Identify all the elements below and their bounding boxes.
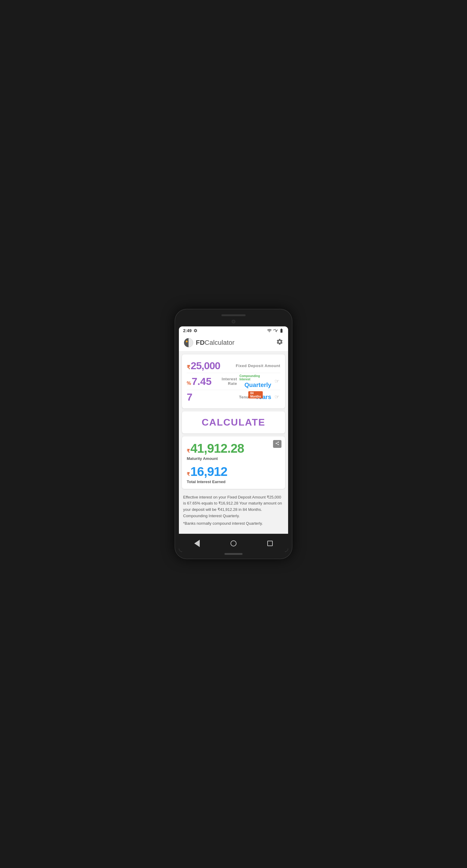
tenure-value: 7 <box>187 391 193 403</box>
rate-label-area: Interest Rate Compounding Interest Quart… <box>211 374 280 389</box>
bottom-navigation <box>179 534 288 552</box>
signal-icon <box>273 328 278 333</box>
app-title: FDCalculator <box>196 339 234 347</box>
app-logo-icon <box>184 338 194 347</box>
rate-percent-symbol: % <box>187 381 191 386</box>
status-icons <box>267 328 284 333</box>
battery-icon <box>279 328 284 333</box>
deposit-row: ₹ 25,000 Fixed Deposit Amount <box>187 359 280 373</box>
interest-amount-row: ₹ 16,912 <box>187 464 280 479</box>
tenure-months-badge: 84 Months <box>248 391 263 398</box>
phone-device: 2:49 FDCalcula <box>175 309 292 559</box>
rate-touch-icon[interactable]: ☞ <box>273 378 280 384</box>
tenure-row: 7 Tenure 84 Months Years ☞ <box>187 390 280 404</box>
tenure-input-area[interactable]: 7 <box>187 391 193 403</box>
deposit-input-area[interactable]: ₹ 25,000 <box>187 360 220 372</box>
rate-value: 7.45 <box>192 375 211 387</box>
phone-camera <box>232 320 235 323</box>
recents-icon <box>267 541 273 546</box>
status-bar: 2:49 <box>179 327 288 335</box>
deposit-currency-symbol: ₹ <box>187 364 190 371</box>
maturity-amount-value: 41,912.28 <box>191 441 244 456</box>
settings-icon[interactable] <box>276 338 283 347</box>
maturity-section: ₹ 41,912.28 Maturity Amount <box>187 441 280 461</box>
interest-section: ₹ 16,912 Total Interest Earned <box>187 464 280 484</box>
home-button[interactable] <box>228 538 239 549</box>
compounding-type-value: Quarterly <box>244 381 271 389</box>
deposit-amount-value: 25,000 <box>191 360 220 372</box>
svg-point-1 <box>186 341 188 342</box>
maturity-amount-row: ₹ 41,912.28 <box>187 441 280 456</box>
description-section: Effective interest on your Fixed Deposit… <box>182 492 285 529</box>
calculate-button[interactable]: CALCULATE <box>182 411 285 433</box>
app-header: FDCalculator <box>179 335 288 351</box>
rate-row: % 7.45 Interest Rate Compounding Interes… <box>187 373 280 390</box>
back-button[interactable] <box>192 538 202 549</box>
description-text: Effective interest on your Fixed Deposit… <box>183 494 284 519</box>
input-card: ₹ 25,000 Fixed Deposit Amount % 7.45 Int… <box>182 354 285 408</box>
tenure-label-area: Tenure 84 Months Years ☞ <box>239 394 280 401</box>
deposit-label-area: Fixed Deposit Amount <box>236 364 280 368</box>
home-icon <box>231 540 236 547</box>
recents-button[interactable] <box>265 538 275 549</box>
compounding-interest-label: Compounding Interest <box>239 374 271 381</box>
phone-screen: 2:49 FDCalcula <box>179 327 288 552</box>
interest-amount-value: 16,912 <box>191 464 227 479</box>
phone-speaker <box>222 314 245 316</box>
tenure-period-selector[interactable]: 84 Months Years <box>255 394 271 401</box>
wifi-icon <box>267 328 272 333</box>
deposit-field-label: Fixed Deposit Amount <box>236 364 280 368</box>
result-card: ₹ 41,912.28 Maturity Amount ₹ 16,912 Tot… <box>182 436 285 489</box>
description-note: *Banks normally compound interest Quarte… <box>183 521 284 527</box>
compounding-selector[interactable]: Compounding Interest Quarterly <box>239 374 271 389</box>
app-logo: FDCalculator <box>184 338 234 347</box>
rate-input-area[interactable]: % 7.45 <box>187 375 211 387</box>
interest-label: Total Interest Earned <box>187 479 280 484</box>
rate-field-label: Interest Rate <box>211 377 237 386</box>
settings-status-icon <box>194 329 198 333</box>
status-time: 2:49 <box>183 328 192 333</box>
share-button[interactable] <box>273 440 282 448</box>
interest-currency-symbol: ₹ <box>187 471 190 477</box>
phone-bottom-bar <box>225 553 242 555</box>
maturity-label: Maturity Amount <box>187 456 280 461</box>
calculate-label: CALCULATE <box>202 417 265 428</box>
main-content: ₹ 25,000 Fixed Deposit Amount % 7.45 Int… <box>179 351 288 532</box>
back-icon <box>194 540 200 547</box>
maturity-currency-symbol: ₹ <box>187 448 190 454</box>
tenure-touch-icon[interactable]: ☞ <box>273 394 280 400</box>
